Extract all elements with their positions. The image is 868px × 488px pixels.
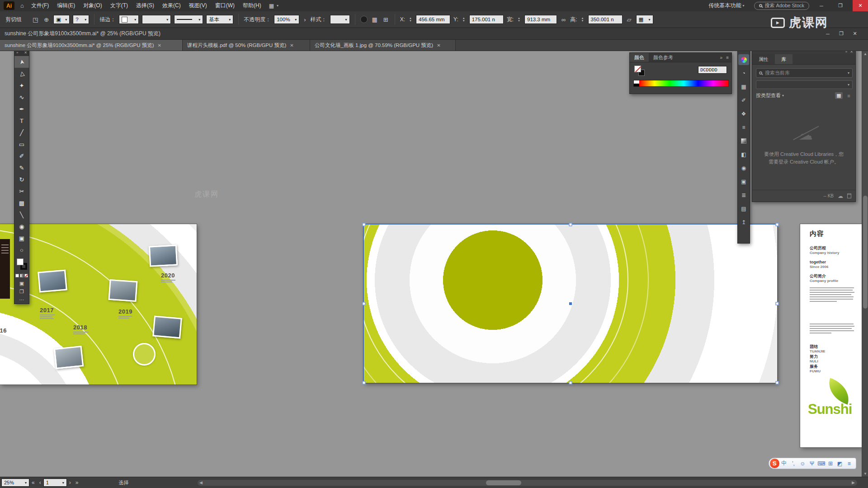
artboard-content-panel[interactable]: 内容 公司历程 Company history together Since 2…: [800, 224, 862, 447]
workspace-grid-icon[interactable]: ▦ ▾: [265, 3, 282, 9]
recolor-artwork-button[interactable]: [360, 16, 368, 23]
ime-logo[interactable]: S: [770, 459, 779, 468]
list-view-icon[interactable]: ≡: [845, 92, 853, 99]
library-search-field[interactable]: 搜索当前库 ▾: [756, 68, 853, 78]
graphic-styles-panel-icon[interactable]: ▣: [738, 176, 749, 187]
shear-icon[interactable]: ▱: [626, 16, 633, 23]
selection-handle-e[interactable]: [776, 302, 779, 305]
zoom-tool[interactable]: ○: [14, 244, 29, 256]
adobe-stock-search-field[interactable]: 搜索 Adobe Stock: [754, 2, 809, 10]
spin-down-icon[interactable]: ▼: [581, 19, 584, 22]
scroll-right-icon[interactable]: ▶: [852, 480, 855, 486]
opacity-field[interactable]: 100% ▾: [274, 15, 299, 24]
height-field[interactable]: 350.001 n: [588, 15, 623, 24]
type-tool[interactable]: T: [14, 115, 29, 127]
photo-thumbnail[interactable]: [38, 269, 67, 292]
color-guide-panel-icon[interactable]: ◔: [738, 68, 749, 79]
anchor-preset-dropdown[interactable]: ▣ ▾: [53, 15, 70, 24]
symbols-panel-icon[interactable]: ❖: [738, 108, 749, 119]
tab-color[interactable]: 颜色: [630, 53, 649, 62]
transform-options-dropdown[interactable]: ▦ ▾: [636, 15, 653, 24]
blend-tool[interactable]: ◉: [14, 221, 29, 232]
previous-artboard-button[interactable]: ‹: [37, 479, 43, 486]
menu-select[interactable]: 选择(S): [132, 0, 158, 11]
stroke-panel-icon[interactable]: ≡: [738, 122, 749, 133]
height-spinner[interactable]: ▲▼: [581, 17, 584, 22]
magic-wand-tool[interactable]: ✦: [14, 80, 29, 91]
spin-down-icon[interactable]: ▼: [409, 19, 412, 22]
line-segment-tool[interactable]: ╱: [14, 127, 29, 138]
photo-thumbnail[interactable]: [54, 346, 84, 369]
edit-toolbar-ellipsis[interactable]: ⋯: [14, 296, 29, 304]
x-field[interactable]: 456.65 mm: [416, 15, 450, 24]
opacity-panel-chevron[interactable]: ›: [302, 16, 307, 23]
appearance-panel-icon[interactable]: ◉: [738, 163, 749, 174]
rotate-tool[interactable]: ↻: [14, 174, 29, 185]
voice-input-icon[interactable]: Ψ: [807, 460, 816, 467]
app-close-button[interactable]: ✕: [853, 0, 868, 11]
tab-properties[interactable]: 属性: [752, 54, 775, 64]
app-minimize-button[interactable]: ─: [815, 0, 828, 11]
paintbrush-tool[interactable]: ✐: [14, 150, 29, 162]
graphic-style-dropdown[interactable]: ▾: [330, 15, 350, 24]
first-artboard-button[interactable]: «: [29, 479, 37, 486]
edit-contents-button[interactable]: ⊕: [42, 16, 50, 23]
tab-sunshine-ai[interactable]: sunshine 公司形象墙9100x3500mm.ai* @ 25% (RGB…: [0, 40, 183, 51]
sync-cloud-icon[interactable]: ☁: [838, 193, 843, 199]
panel-menu-icon[interactable]: ≡: [726, 55, 729, 60]
tab-course-pdf[interactable]: 课程片头模板.pdf @ 50% (RGB/GPU 预览) ✕: [183, 40, 310, 51]
color-panel-icon[interactable]: [738, 54, 749, 65]
toolbox-icon[interactable]: ⊞: [826, 460, 835, 467]
draw-mode-button[interactable]: ▣: [14, 279, 29, 287]
scroll-left-icon[interactable]: ◀: [199, 480, 203, 486]
close-icon[interactable]: ✕: [24, 51, 27, 55]
hex-value-field[interactable]: DCDDDD: [698, 66, 727, 74]
horizontal-scrollbar[interactable]: [198, 480, 857, 486]
artboard-timeline[interactable]: 2016 2017 2018 2019 2020: [0, 224, 197, 385]
artboard-tool[interactable]: ▣: [14, 232, 29, 244]
selection-handle-sw[interactable]: [363, 381, 366, 385]
gradient-button[interactable]: [20, 274, 24, 277]
pen-tool[interactable]: ✒: [14, 103, 29, 115]
screen-mode-button[interactable]: ❐: [14, 287, 29, 296]
tab-close-icon[interactable]: ✕: [158, 43, 161, 48]
spectrum-gradient[interactable]: [639, 80, 728, 86]
color-spectrum-bar[interactable]: [633, 80, 729, 87]
eyedropper-tool[interactable]: ╲: [14, 209, 29, 221]
selection-handle-nw[interactable]: [363, 223, 366, 226]
tab-libraries[interactable]: 库: [775, 54, 793, 64]
fill-proxy-none-swatch[interactable]: [634, 66, 641, 72]
artboards-panel-icon[interactable]: ▤: [738, 203, 749, 214]
spin-down-icon[interactable]: ▼: [518, 19, 520, 22]
view-by-type-label[interactable]: 按类型查看: [756, 92, 781, 99]
menu-file[interactable]: 文件(F): [27, 0, 53, 11]
skin-picker-icon[interactable]: ◩: [835, 460, 844, 467]
document-grid-icon[interactable]: ▦: [371, 16, 379, 23]
photo-thumbnail[interactable]: [108, 279, 137, 302]
selection-handle-s[interactable]: [569, 381, 572, 385]
pencil-tool[interactable]: ✎: [14, 162, 29, 174]
selection-handle-w[interactable]: [363, 302, 366, 305]
delete-icon[interactable]: [847, 193, 851, 198]
color-button[interactable]: [15, 274, 19, 277]
horizontal-scrollbar-thumb[interactable]: [486, 480, 521, 485]
fill-swatch[interactable]: [17, 258, 24, 265]
menu-help[interactable]: 帮助(H): [239, 0, 265, 11]
constrain-options-dropdown[interactable]: ? ▾: [73, 15, 89, 24]
grid-view-icon[interactable]: ▦: [835, 92, 843, 99]
white-black-quick-swatches[interactable]: [634, 80, 639, 86]
menu-window[interactable]: 窗口(W): [211, 0, 239, 11]
link-width-height-icon[interactable]: ∞: [560, 16, 567, 23]
gradient-panel-icon[interactable]: [738, 136, 749, 146]
collapse-icon[interactable]: »: [720, 55, 723, 60]
edit-clip-path-button[interactable]: ◳: [31, 16, 39, 23]
tab-color-guide[interactable]: 颜色参考: [649, 53, 678, 62]
scroll-up-icon[interactable]: ▲: [862, 52, 868, 56]
punctuation-toggle[interactable]: ’,: [789, 460, 798, 467]
soft-keyboard-icon[interactable]: ⌨: [817, 460, 826, 467]
collapse-icon[interactable]: »: [16, 51, 18, 55]
vertical-scrollbar-thumb[interactable]: [863, 196, 868, 309]
tab-close-icon[interactable]: ✕: [437, 43, 440, 48]
black-swatch[interactable]: [634, 84, 639, 87]
asset-export-panel-icon[interactable]: ↥: [738, 217, 749, 228]
